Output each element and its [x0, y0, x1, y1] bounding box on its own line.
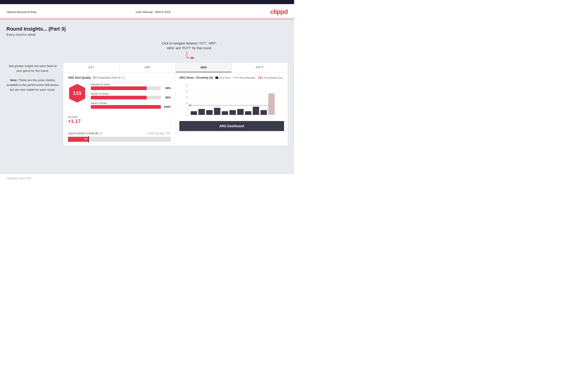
annotation-text: Click to navigate between 'OTT', 'APP','…	[162, 41, 217, 50]
footer-text: Copyright Clippd 2021	[6, 177, 31, 180]
left-panel-text: Get greater insight into each facet of y…	[6, 64, 59, 92]
page-title: Round Insights... (Part 3)	[6, 26, 288, 32]
annotation-arrow	[180, 50, 198, 62]
svg-text:0: 0	[187, 114, 188, 117]
quality-label: ARG Shot Quality	[68, 76, 91, 79]
bar-track-rough	[91, 96, 161, 99]
page-subtitle: Every round in detail	[6, 33, 288, 36]
legend-6ft: 6 ft conversion zone	[259, 77, 283, 79]
proximity-bar-track: 77'	[68, 137, 171, 142]
legend-updown-icon	[215, 77, 218, 79]
bar-wrapper-rough: 80%	[91, 96, 171, 99]
top-bar	[0, 0, 294, 4]
annotation-area: Click to navigate between 'OTT', 'APP','…	[63, 41, 288, 62]
legend-round-avg: Round Average	[234, 77, 255, 79]
svg-text:15: 15	[185, 96, 188, 99]
svg-text:10: 10	[185, 102, 188, 104]
bar-fill-sand	[91, 105, 161, 109]
svg-rect-20	[190, 111, 197, 115]
proximity-section: Avg Proximity to Hole (ft) ? ↑ PGA Tour …	[68, 128, 171, 142]
bar-label-fairway: Fairway (5 shots)	[91, 83, 171, 86]
legend-updown: Up & Down	[215, 77, 231, 79]
right-section: ARG Shots - Proximity (ft) Up & Down Rou…	[176, 73, 288, 145]
left-section: ARG Shot Quality 6ft Conversion Zone % ?	[63, 73, 176, 145]
tab-putt[interactable]: PUTT	[232, 63, 288, 72]
bar-pct-fairway: 80%	[163, 87, 171, 90]
bar-label-rough: Rough (5 shots)	[91, 92, 171, 95]
svg-rect-29	[260, 110, 267, 115]
hex-score-area: 115 Fairway (5 shots) 80%	[68, 83, 171, 111]
quality-header: ARG Shot Quality 6ft Conversion Zone % ?	[68, 76, 171, 79]
pga-label: ↑ PGA Tour Avg: 7'10"	[146, 132, 171, 135]
main-card: OTT APP ARG PUTT ARG Shot Quality 6ft Co…	[63, 63, 288, 145]
svg-rect-21	[198, 109, 205, 115]
header-manual-label: User Manual - March 2022	[136, 10, 171, 14]
help-icon[interactable]: ?	[122, 76, 125, 79]
legend-hatched-icon	[259, 77, 261, 79]
svg-rect-26	[237, 109, 243, 115]
main-content: Round Insights... (Part 3) Every round i…	[0, 19, 294, 174]
bar-row-fairway: Fairway (5 shots) 80%	[91, 83, 171, 90]
bars-area: Fairway (5 shots) 80% Rou	[91, 83, 171, 111]
logo: clippd	[270, 8, 288, 16]
header: Upload Manual Activity User Manual - Mar…	[0, 4, 294, 19]
bar-fill-fairway	[91, 86, 147, 90]
hex-score: 115	[73, 90, 81, 96]
card-body: ARG Shot Quality 6ft Conversion Zone % ?	[63, 73, 288, 145]
svg-rect-22	[206, 110, 212, 115]
svg-marker-18	[189, 104, 191, 106]
bar-fill-rough	[91, 96, 147, 99]
legend-dashed-icon	[234, 77, 239, 78]
bar-label-sand: Sand (1 shots)	[91, 102, 171, 104]
sg-section: SG ARG +1.17	[68, 116, 171, 124]
annotation-container: Click to navigate between 'OTT', 'APP','…	[162, 41, 217, 62]
bar-wrapper-fairway: 80%	[91, 86, 171, 90]
svg-marker-2	[191, 57, 194, 59]
proximity-label: Avg Proximity to Hole (ft) ?	[68, 132, 102, 135]
proximity-cursor	[88, 136, 89, 142]
tab-ott[interactable]: OTT	[63, 63, 120, 72]
proximity-bar-fill: 77'	[68, 137, 88, 142]
bar-row-sand: Sand (1 shots) 100%	[91, 102, 171, 109]
header-upload-label: Upload Manual Activity	[6, 10, 36, 14]
svg-rect-24	[222, 111, 228, 115]
chart-legend: Up & Down Round Average 6 ft conversion …	[215, 77, 283, 79]
sg-value: +1.17	[68, 118, 171, 124]
svg-text:25: 25	[185, 84, 188, 87]
proximity-help-icon[interactable]: ?	[99, 132, 102, 135]
svg-rect-32	[268, 93, 275, 115]
footer: Copyright Clippd 2021	[0, 174, 294, 182]
bar-pct-sand: 100%	[163, 105, 171, 108]
conversion-label: 6ft Conversion Zone % ?	[93, 76, 125, 79]
chart-header: ARG Shots - Proximity (ft) Up & Down Rou…	[179, 76, 284, 79]
svg-rect-25	[229, 110, 236, 115]
note-label: Note:	[10, 78, 17, 82]
hex-container: 115	[68, 83, 86, 103]
proximity-value: 77'	[84, 138, 88, 141]
svg-rect-23	[214, 108, 220, 115]
svg-rect-28	[253, 107, 259, 115]
dashboard-button[interactable]: ARG Dashboard	[179, 121, 284, 131]
chart-title: ARG Shots - Proximity (ft)	[179, 76, 213, 79]
left-panel: Get greater insight into each facet of y…	[6, 41, 59, 92]
bar-track-sand	[91, 105, 161, 109]
right-area: Click to navigate between 'OTT', 'APP','…	[63, 41, 288, 145]
bar-pct-rough: 80%	[163, 96, 171, 99]
content-layout: Get greater insight into each facet of y…	[6, 41, 288, 145]
bar-row-rough: Rough (5 shots) 80%	[91, 92, 171, 99]
svg-rect-27	[245, 111, 251, 115]
sg-label: SG ARG	[68, 116, 171, 118]
proximity-chart: 0 5 10 15 20 25	[179, 81, 284, 118]
tab-arg[interactable]: ARG	[176, 63, 232, 72]
proximity-header: Avg Proximity to Hole (ft) ? ↑ PGA Tour …	[68, 132, 171, 135]
tab-app[interactable]: APP	[120, 63, 176, 72]
bar-wrapper-sand: 100%	[91, 105, 171, 109]
svg-text:5: 5	[187, 108, 188, 110]
nav-tabs: OTT APP ARG PUTT	[63, 63, 288, 73]
svg-text:20: 20	[185, 90, 188, 92]
bar-track-fairway	[91, 86, 161, 90]
